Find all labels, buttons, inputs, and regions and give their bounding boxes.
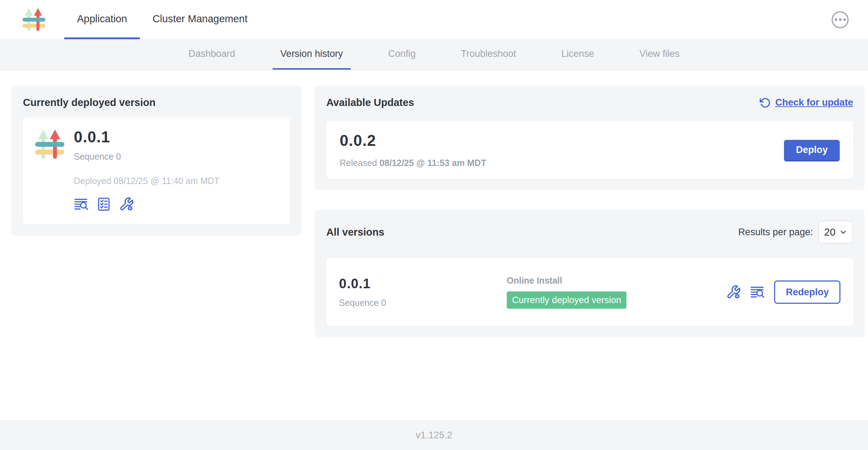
tab-application-label: Application: [77, 13, 127, 25]
deployed-version-panel: 0.0.1 Sequence 0 Deployed 08/12/25 @ 11:…: [23, 118, 290, 224]
subnav-tab-view-files[interactable]: View files: [632, 40, 688, 70]
app-header: Application Cluster Management: [0, 0, 868, 40]
all-versions-card: All versions Results per page: 20 0.0.1 …: [315, 209, 864, 337]
subnav-tab-version-history[interactable]: Version history: [273, 40, 351, 70]
subnav-tab-dashboard[interactable]: Dashboard: [181, 40, 243, 70]
deployed-sequence-label: Sequence 0: [74, 152, 220, 162]
currently-deployed-card: Currently deployed version 0.0.1 Sequenc…: [12, 85, 301, 236]
row-sequence-label: Sequence 0: [339, 298, 507, 308]
ellipsis-icon: [835, 18, 837, 21]
results-per-page-value: 20: [824, 226, 836, 238]
preflight-checks-icon[interactable]: [96, 197, 111, 212]
edit-config-icon[interactable]: [726, 285, 741, 300]
results-per-page: Results per page: 20: [738, 221, 853, 243]
tab-application[interactable]: Application: [64, 0, 140, 39]
deployed-version-details: 0.0.1 Sequence 0 Deployed 08/12/25 @ 11:…: [74, 128, 220, 212]
console-version: v1.125.2: [416, 430, 452, 441]
update-released-timestamp: Released 08/12/25 @ 11:53 am MDT: [340, 158, 486, 168]
results-per-page-label: Results per page:: [738, 227, 813, 238]
available-updates-title: Available Updates: [326, 97, 414, 108]
redeploy-button[interactable]: Redeploy: [774, 280, 840, 304]
view-logs-icon[interactable]: [74, 197, 89, 212]
currently-deployed-title: Currently deployed version: [23, 97, 290, 108]
tab-cluster-management[interactable]: Cluster Management: [140, 0, 260, 39]
row-version-number: 0.0.1: [339, 276, 507, 291]
rotate-ccw-icon: [760, 97, 771, 108]
check-for-update-link[interactable]: Check for update: [760, 97, 853, 108]
app-subnav: Dashboard Version history Config Trouble…: [0, 40, 868, 70]
app-nav: Application Cluster Management: [64, 0, 260, 39]
app-logo-icon: [34, 128, 66, 161]
subnav-tab-troubleshoot[interactable]: Troubleshoot: [453, 40, 524, 70]
tab-cluster-management-label: Cluster Management: [153, 13, 248, 25]
app-logo-icon: [21, 7, 47, 32]
overflow-menu-button[interactable]: [832, 11, 849, 28]
deployed-actions: [74, 197, 220, 212]
row-install-type: Online Install: [507, 276, 726, 286]
subnav-tab-config[interactable]: Config: [380, 40, 423, 70]
all-versions-title: All versions: [326, 226, 384, 238]
main-content: Currently deployed version 0.0.1 Sequenc…: [0, 70, 868, 420]
available-updates-card: Available Updates Check for update 0.0.2…: [315, 85, 864, 190]
available-update-row: 0.0.2 Released 08/12/25 @ 11:53 am MDT D…: [326, 121, 853, 179]
header-spacer: [260, 0, 832, 39]
deploy-button[interactable]: Deploy: [784, 140, 840, 160]
subnav-tab-license[interactable]: License: [554, 40, 602, 70]
deployed-version-number: 0.0.1: [74, 128, 220, 146]
version-row: 0.0.1 Sequence 0 Online Install Currentl…: [326, 258, 853, 326]
right-column: Available Updates Check for update 0.0.2…: [315, 85, 864, 337]
deployed-timestamp: Deployed 08/12/25 @ 11:40 am MDT: [74, 176, 220, 186]
results-per-page-select[interactable]: 20: [819, 221, 853, 243]
currently-deployed-badge: Currently deployed version: [507, 291, 626, 309]
view-logs-icon[interactable]: [750, 285, 765, 300]
chevron-down-icon: [839, 228, 848, 236]
edit-config-icon[interactable]: [119, 197, 134, 212]
check-for-update-label: Check for update: [775, 97, 853, 108]
app-footer: v1.125.2: [0, 420, 868, 450]
update-version-number: 0.0.2: [340, 132, 486, 149]
